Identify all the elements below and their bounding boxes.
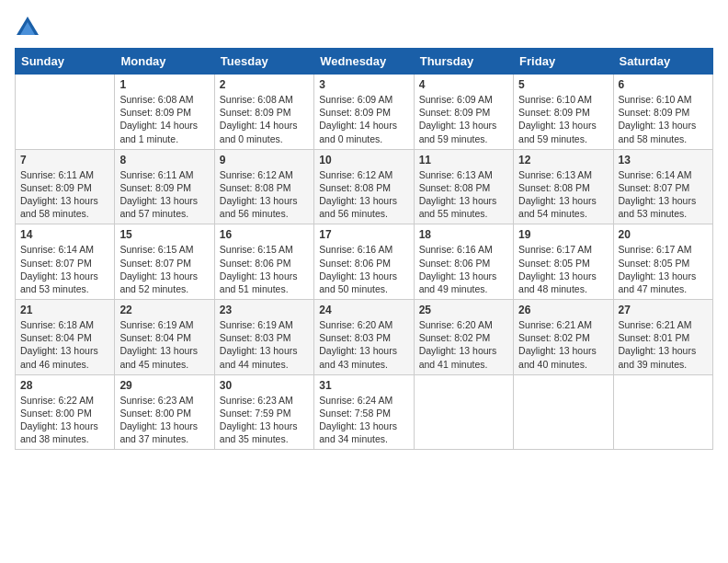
calendar-body: 1Sunrise: 6:08 AM Sunset: 8:09 PM Daylig… xyxy=(16,75,713,450)
calendar-cell: 13Sunrise: 6:14 AM Sunset: 8:07 PM Dayli… xyxy=(613,149,712,224)
calendar-cell: 26Sunrise: 6:21 AM Sunset: 8:02 PM Dayli… xyxy=(514,300,613,375)
day-number: 2 xyxy=(220,78,309,91)
calendar-cell: 20Sunrise: 6:17 AM Sunset: 8:05 PM Dayli… xyxy=(613,224,712,300)
day-number: 8 xyxy=(119,154,209,167)
day-info: Sunrise: 6:21 AM Sunset: 8:01 PM Dayligh… xyxy=(619,318,708,371)
day-number: 25 xyxy=(419,304,508,316)
day-info: Sunrise: 6:13 AM Sunset: 8:08 PM Dayligh… xyxy=(518,168,608,221)
day-number: 29 xyxy=(119,379,209,392)
calendar-cell: 9Sunrise: 6:12 AM Sunset: 8:08 PM Daylig… xyxy=(214,149,313,224)
calendar-cell: 24Sunrise: 6:20 AM Sunset: 8:03 PM Dayli… xyxy=(314,300,414,375)
day-number: 22 xyxy=(119,304,209,316)
calendar-header-row: SundayMondayTuesdayWednesdayThursdayFrid… xyxy=(16,49,713,75)
day-number: 24 xyxy=(319,304,408,316)
week-row-5: 28Sunrise: 6:22 AM Sunset: 8:00 PM Dayli… xyxy=(16,374,713,450)
day-number: 17 xyxy=(319,228,408,241)
day-info: Sunrise: 6:15 AM Sunset: 8:06 PM Dayligh… xyxy=(220,243,309,295)
day-info: Sunrise: 6:20 AM Sunset: 8:02 PM Dayligh… xyxy=(419,318,508,371)
day-info: Sunrise: 6:21 AM Sunset: 8:02 PM Dayligh… xyxy=(518,318,608,371)
calendar-cell: 1Sunrise: 6:08 AM Sunset: 8:09 PM Daylig… xyxy=(115,75,214,150)
day-info: Sunrise: 6:15 AM Sunset: 8:07 PM Dayligh… xyxy=(119,243,209,295)
calendar-cell: 4Sunrise: 6:09 AM Sunset: 8:09 PM Daylig… xyxy=(414,75,513,150)
day-number: 15 xyxy=(119,228,209,241)
day-info: Sunrise: 6:23 AM Sunset: 8:00 PM Dayligh… xyxy=(119,394,209,446)
day-number: 18 xyxy=(419,228,508,241)
calendar-cell xyxy=(16,75,115,150)
calendar-cell: 7Sunrise: 6:11 AM Sunset: 8:09 PM Daylig… xyxy=(16,149,115,224)
calendar-cell: 2Sunrise: 6:08 AM Sunset: 8:09 PM Daylig… xyxy=(214,75,313,150)
calendar-cell xyxy=(514,374,613,450)
calendar-cell: 11Sunrise: 6:13 AM Sunset: 8:08 PM Dayli… xyxy=(414,149,513,224)
column-header-tuesday: Tuesday xyxy=(214,49,313,75)
calendar-cell: 29Sunrise: 6:23 AM Sunset: 8:00 PM Dayli… xyxy=(115,374,214,450)
day-number: 10 xyxy=(319,154,408,167)
day-number: 1 xyxy=(119,78,209,91)
day-info: Sunrise: 6:09 AM Sunset: 8:09 PM Dayligh… xyxy=(419,93,508,145)
day-info: Sunrise: 6:19 AM Sunset: 8:03 PM Dayligh… xyxy=(220,318,309,371)
calendar-cell: 6Sunrise: 6:10 AM Sunset: 8:09 PM Daylig… xyxy=(613,75,712,150)
calendar-cell: 5Sunrise: 6:10 AM Sunset: 8:09 PM Daylig… xyxy=(514,75,613,150)
calendar-cell: 18Sunrise: 6:16 AM Sunset: 8:06 PM Dayli… xyxy=(414,224,513,300)
column-header-saturday: Saturday xyxy=(613,49,712,75)
day-number: 28 xyxy=(20,379,109,392)
day-info: Sunrise: 6:24 AM Sunset: 7:58 PM Dayligh… xyxy=(319,394,408,446)
column-header-monday: Monday xyxy=(115,49,214,75)
day-number: 9 xyxy=(220,154,309,167)
day-info: Sunrise: 6:12 AM Sunset: 8:08 PM Dayligh… xyxy=(319,168,408,221)
calendar-cell: 17Sunrise: 6:16 AM Sunset: 8:06 PM Dayli… xyxy=(314,224,414,300)
day-info: Sunrise: 6:16 AM Sunset: 8:06 PM Dayligh… xyxy=(419,243,508,295)
calendar-cell: 12Sunrise: 6:13 AM Sunset: 8:08 PM Dayli… xyxy=(514,149,613,224)
calendar-cell: 19Sunrise: 6:17 AM Sunset: 8:05 PM Dayli… xyxy=(514,224,613,300)
calendar-cell: 16Sunrise: 6:15 AM Sunset: 8:06 PM Dayli… xyxy=(214,224,313,300)
column-header-sunday: Sunday xyxy=(16,49,115,75)
day-info: Sunrise: 6:18 AM Sunset: 8:04 PM Dayligh… xyxy=(20,318,109,371)
week-row-1: 1Sunrise: 6:08 AM Sunset: 8:09 PM Daylig… xyxy=(16,75,713,150)
day-number: 27 xyxy=(619,304,708,316)
calendar-cell: 15Sunrise: 6:15 AM Sunset: 8:07 PM Dayli… xyxy=(115,224,214,300)
logo-icon xyxy=(15,15,40,40)
calendar-cell: 3Sunrise: 6:09 AM Sunset: 8:09 PM Daylig… xyxy=(314,75,414,150)
calendar-cell: 14Sunrise: 6:14 AM Sunset: 8:07 PM Dayli… xyxy=(16,224,115,300)
day-number: 4 xyxy=(419,78,508,91)
day-info: Sunrise: 6:14 AM Sunset: 8:07 PM Dayligh… xyxy=(20,243,109,295)
day-number: 3 xyxy=(319,78,408,91)
day-info: Sunrise: 6:14 AM Sunset: 8:07 PM Dayligh… xyxy=(619,168,708,221)
calendar-cell: 22Sunrise: 6:19 AM Sunset: 8:04 PM Dayli… xyxy=(115,300,214,375)
day-info: Sunrise: 6:11 AM Sunset: 8:09 PM Dayligh… xyxy=(119,168,209,221)
day-number: 12 xyxy=(518,154,608,167)
calendar-cell: 8Sunrise: 6:11 AM Sunset: 8:09 PM Daylig… xyxy=(115,149,214,224)
day-info: Sunrise: 6:08 AM Sunset: 8:09 PM Dayligh… xyxy=(119,93,209,145)
day-info: Sunrise: 6:10 AM Sunset: 8:09 PM Dayligh… xyxy=(619,93,708,145)
day-number: 13 xyxy=(619,154,708,167)
day-number: 20 xyxy=(619,228,708,241)
day-number: 19 xyxy=(518,228,608,241)
calendar-cell: 23Sunrise: 6:19 AM Sunset: 8:03 PM Dayli… xyxy=(214,300,313,375)
day-info: Sunrise: 6:20 AM Sunset: 8:03 PM Dayligh… xyxy=(319,318,408,371)
calendar-cell: 25Sunrise: 6:20 AM Sunset: 8:02 PM Dayli… xyxy=(414,300,513,375)
calendar-cell: 31Sunrise: 6:24 AM Sunset: 7:58 PM Dayli… xyxy=(314,374,414,450)
day-number: 23 xyxy=(220,304,309,316)
calendar-cell: 21Sunrise: 6:18 AM Sunset: 8:04 PM Dayli… xyxy=(16,300,115,375)
week-row-2: 7Sunrise: 6:11 AM Sunset: 8:09 PM Daylig… xyxy=(16,149,713,224)
day-info: Sunrise: 6:08 AM Sunset: 8:09 PM Dayligh… xyxy=(220,93,309,145)
week-row-3: 14Sunrise: 6:14 AM Sunset: 8:07 PM Dayli… xyxy=(16,224,713,300)
day-info: Sunrise: 6:17 AM Sunset: 8:05 PM Dayligh… xyxy=(518,243,608,295)
day-info: Sunrise: 6:16 AM Sunset: 8:06 PM Dayligh… xyxy=(319,243,408,295)
day-number: 5 xyxy=(518,78,608,91)
day-number: 31 xyxy=(319,379,408,392)
calendar-cell xyxy=(414,374,513,450)
calendar-cell xyxy=(613,374,712,450)
week-row-4: 21Sunrise: 6:18 AM Sunset: 8:04 PM Dayli… xyxy=(16,300,713,375)
day-number: 16 xyxy=(220,228,309,241)
day-number: 26 xyxy=(518,304,608,316)
day-number: 30 xyxy=(220,379,309,392)
day-info: Sunrise: 6:23 AM Sunset: 7:59 PM Dayligh… xyxy=(220,394,309,446)
day-info: Sunrise: 6:10 AM Sunset: 8:09 PM Dayligh… xyxy=(518,93,608,145)
day-info: Sunrise: 6:09 AM Sunset: 8:09 PM Dayligh… xyxy=(319,93,408,145)
calendar-cell: 28Sunrise: 6:22 AM Sunset: 8:00 PM Dayli… xyxy=(16,374,115,450)
calendar-cell: 30Sunrise: 6:23 AM Sunset: 7:59 PM Dayli… xyxy=(214,374,313,450)
calendar-cell: 27Sunrise: 6:21 AM Sunset: 8:01 PM Dayli… xyxy=(613,300,712,375)
day-info: Sunrise: 6:11 AM Sunset: 8:09 PM Dayligh… xyxy=(20,168,109,221)
day-number: 6 xyxy=(619,78,708,91)
day-number: 14 xyxy=(20,228,109,241)
